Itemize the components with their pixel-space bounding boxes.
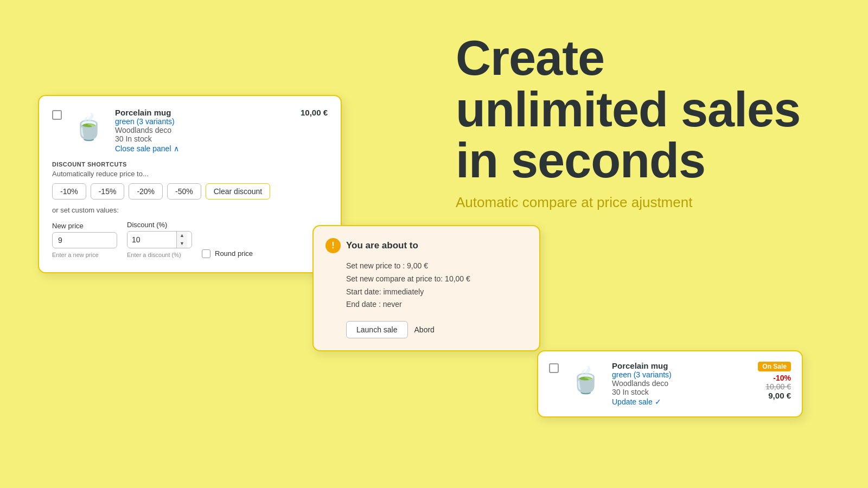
onsale-old-price: 10,00 € xyxy=(758,382,791,391)
headline-subtitle: Automatic compare at price ajustment xyxy=(456,194,835,211)
launch-sale-button[interactable]: Launch sale xyxy=(346,321,408,338)
onsale-product-image: 🍵 xyxy=(566,361,604,399)
discount-btn-10[interactable]: -10% xyxy=(52,183,86,200)
onsale-checkbox[interactable] xyxy=(549,363,559,373)
onsale-discount-pct: -10% xyxy=(758,374,791,382)
round-price-label: Round price xyxy=(215,249,253,258)
onsale-stock: 30 In stock xyxy=(612,388,750,396)
product-row: 🍵 Porcelain mug green (3 variants) Woodl… xyxy=(52,108,328,153)
product-stock: 30 In stock xyxy=(115,134,293,143)
close-sale-panel-link[interactable]: Close sale panel ∧ xyxy=(115,144,179,153)
onsale-card: 🍵 Porcelain mug green (3 variants) Woodl… xyxy=(537,350,803,418)
confirm-header: ! You are about to xyxy=(326,238,525,253)
onsale-variants[interactable]: green (3 variants) xyxy=(612,370,750,379)
product-name: Porcelain mug xyxy=(115,108,293,117)
update-sale-link[interactable]: Update sale ✓ xyxy=(612,397,661,406)
on-sale-badge: On Sale xyxy=(758,362,791,371)
new-price-input[interactable] xyxy=(52,232,117,248)
onsale-product-name: Porcelain mug xyxy=(612,361,750,370)
clear-discount-button[interactable]: Clear discount xyxy=(206,183,271,200)
confirm-actions: Launch sale Abord xyxy=(326,321,525,338)
new-price-label: New price xyxy=(52,222,117,230)
confirm-details: Set new price to : 9,00 € Set new compar… xyxy=(326,260,525,311)
headline-title: Create unlimited sales in seconds xyxy=(456,33,835,187)
onsale-pricing: On Sale -10% 10,00 € 9,00 € xyxy=(758,361,791,400)
product-price: 10,00 € xyxy=(301,108,328,117)
spinner-down[interactable]: ▼ xyxy=(177,240,187,248)
round-price-checkbox[interactable] xyxy=(202,249,210,258)
spinner-up[interactable]: ▲ xyxy=(177,232,187,240)
discount-pct-spinner: ▲ ▼ xyxy=(127,231,192,248)
confirmation-card: ! You are about to Set new price to : 9,… xyxy=(312,225,540,351)
round-price-row: Round price xyxy=(202,249,253,258)
discount-pct-input[interactable] xyxy=(127,232,176,247)
product-info: Porcelain mug green (3 variants) Woodlan… xyxy=(115,108,293,153)
headline-line3: in seconds xyxy=(456,133,705,188)
main-product-card: 🍵 Porcelain mug green (3 variants) Woodl… xyxy=(38,95,342,273)
confirm-detail-3: Start date: immediately xyxy=(346,286,525,299)
discount-buttons-group: -10% -15% -20% -50% Clear discount xyxy=(52,183,328,200)
discount-pct-label: Discount (%) xyxy=(127,221,192,229)
auto-reduce-text: Automatically reduce price to... xyxy=(52,170,328,178)
headline-section: Create unlimited sales in seconds Automa… xyxy=(456,33,835,211)
new-price-field-group: New price Enter a new price xyxy=(52,222,117,258)
custom-fields-row: New price Enter a new price Discount (%)… xyxy=(52,221,328,258)
confirm-detail-2: Set new compare at price to: 10,00 € xyxy=(346,273,525,286)
confirm-detail-4: End date : never xyxy=(346,298,525,311)
headline-line2: unlimited sales xyxy=(456,82,800,137)
discount-btn-20[interactable]: -20% xyxy=(129,183,163,200)
product-checkbox[interactable] xyxy=(52,110,62,120)
confirm-title: You are about to xyxy=(346,240,418,251)
or-custom-text: or set custom values: xyxy=(52,206,328,214)
product-variants[interactable]: green (3 variants) xyxy=(115,117,293,126)
discount-pct-field-group: Discount (%) ▲ ▼ Enter a discount (%) xyxy=(127,221,192,258)
onsale-new-price: 9,00 € xyxy=(758,391,791,400)
headline-line1: Create xyxy=(456,31,604,85)
onsale-collection: Woodlands deco xyxy=(612,379,750,388)
abort-button[interactable]: Abord xyxy=(414,321,435,338)
confirm-warning-icon: ! xyxy=(326,238,341,253)
new-price-hint: Enter a new price xyxy=(52,252,117,258)
onsale-info: Porcelain mug green (3 variants) Woodlan… xyxy=(612,361,750,407)
onsale-row: 🍵 Porcelain mug green (3 variants) Woodl… xyxy=(549,361,791,407)
discount-shortcuts-label: DISCOUNT SHORTCUTS xyxy=(52,161,328,168)
product-image: 🍵 xyxy=(69,108,107,146)
discount-btn-15[interactable]: -15% xyxy=(91,183,125,200)
product-collection: Woodlands deco xyxy=(115,126,293,134)
discount-btn-50[interactable]: -50% xyxy=(167,183,201,200)
confirm-detail-1: Set new price to : 9,00 € xyxy=(346,260,525,273)
spinner-buttons: ▲ ▼ xyxy=(176,232,187,248)
discount-hint: Enter a discount (%) xyxy=(127,252,192,258)
